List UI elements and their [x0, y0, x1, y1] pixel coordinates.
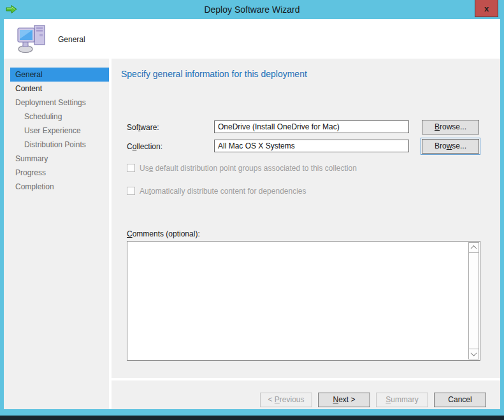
scrollbar-up-icon — [471, 245, 477, 252]
next-button[interactable]: Next > — [318, 393, 370, 407]
nav-item-completion[interactable]: Completion — [10, 180, 109, 194]
nav-item-scheduling[interactable]: Scheduling — [10, 110, 109, 124]
comments-scrollbar[interactable] — [468, 242, 479, 359]
nav-item-distribution-points[interactable]: Distribution Points — [10, 138, 109, 152]
collection-label: Collection: — [127, 142, 162, 151]
wizard-header: General — [4, 19, 500, 59]
nav-item-deployment-settings[interactable]: Deployment Settings — [10, 96, 109, 110]
nav-item-user-experience[interactable]: User Experience — [10, 124, 109, 138]
collection-input[interactable]: All Mac OS X Systems — [214, 140, 409, 152]
software-input[interactable]: OneDrive (Install OneDrive for Mac) — [214, 120, 409, 133]
close-icon: x — [484, 4, 489, 13]
wizard-footer: < Previous Next > Summary Cancel — [112, 380, 500, 409]
scrollbar-down-button[interactable] — [468, 349, 479, 359]
wizard-nav: General Content Deployment Settings Sche… — [4, 59, 109, 409]
auto-distribute-checkbox-label: Automatically distribute content for dep… — [140, 187, 306, 196]
collection-browse-button[interactable]: Browse... — [422, 139, 479, 154]
close-button[interactable]: x — [475, 0, 498, 17]
summary-button[interactable]: Summary — [376, 393, 428, 407]
software-label: Software: — [127, 123, 159, 132]
nav-item-progress[interactable]: Progress — [10, 166, 109, 180]
comments-label: Comments (optional): — [127, 229, 200, 238]
header-page-title: General — [58, 35, 85, 44]
window-title: Deploy Software Wizard — [0, 0, 504, 19]
cancel-button[interactable]: Cancel — [434, 393, 486, 407]
computer-icon — [17, 24, 48, 56]
scrollbar-up-button[interactable] — [468, 242, 479, 253]
auto-distribute-checkbox[interactable] — [127, 187, 135, 195]
window-bottom-edge — [0, 416, 504, 420]
page-heading: Specify general information for this dep… — [121, 69, 307, 79]
previous-button[interactable]: < Previous — [260, 393, 312, 407]
titlebar[interactable]: Deploy Software Wizard x — [0, 0, 504, 19]
software-browse-button[interactable]: Browse... — [422, 120, 479, 134]
deploy-software-wizard-window: Deploy Software Wizard x General General… — [0, 0, 504, 420]
scrollbar-down-icon — [471, 350, 477, 356]
nav-item-summary[interactable]: Summary — [10, 152, 109, 166]
nav-item-content[interactable]: Content — [10, 82, 109, 96]
dp-groups-checkbox-label: Use default distribution point groups as… — [140, 164, 357, 173]
wizard-page-general: Specify general information for this dep… — [112, 59, 500, 378]
comments-textarea[interactable] — [127, 241, 480, 361]
scrollbar-thumb[interactable] — [468, 252, 479, 349]
nav-item-general[interactable]: General — [10, 68, 109, 82]
dp-groups-checkbox[interactable] — [127, 164, 135, 172]
